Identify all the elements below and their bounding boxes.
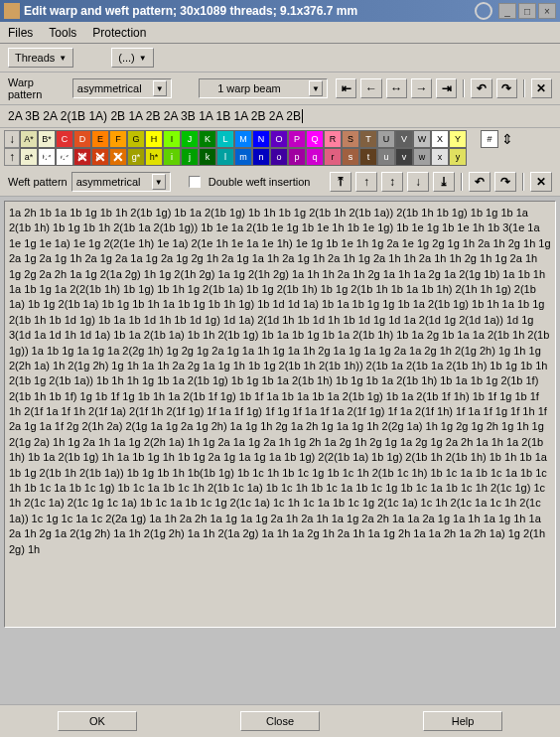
bottom-icon[interactable]: ⤓ [433,172,455,192]
color-cell-lower[interactable]: m [234,148,252,166]
bottom-bar: OK Close Help [0,704,560,737]
color-cell-upper[interactable]: R [324,130,342,148]
color-cell-upper[interactable]: M [234,130,252,148]
weft-mode-dropdown[interactable]: asymmetrical ▼ [71,172,171,192]
last-icon[interactable]: ⇥ [436,78,457,98]
toolbar-top: Threads ▼ (...) ▼ [0,44,560,73]
maximize-button[interactable]: □ [518,3,536,19]
color-cell-lower[interactable]: r [324,148,342,166]
close-window-button[interactable]: × [538,3,556,19]
color-cell-lower[interactable]: e*✕ [91,148,109,166]
weft-toolbar: Weft pattern asymmetrical ▼ Double weft … [0,168,560,197]
color-cell-lower[interactable]: o [270,148,288,166]
color-cell-upper[interactable]: T [359,130,377,148]
down-arrow-icon[interactable]: ↓ [4,130,20,148]
color-cell-lower[interactable]: f*✕ [109,148,127,166]
delete-icon[interactable]: ✕ [531,78,552,98]
color-cell-lower[interactable]: q [306,148,324,166]
color-cell-lower[interactable]: s [342,148,359,166]
x-mark-icon: ✕ [76,149,88,165]
up-icon[interactable]: ↑ [355,172,377,192]
delete-weft-icon[interactable]: ✕ [530,172,552,192]
color-cell-upper[interactable]: Y [449,130,467,148]
color-cell-upper[interactable]: A* [20,130,38,148]
close-button[interactable]: Close [240,711,320,731]
menu-tools[interactable]: Tools [49,26,76,40]
color-cell-upper[interactable]: G [127,130,145,148]
extra-button[interactable]: (...) ▼ [111,48,153,68]
color-cell-upper[interactable]: N [252,130,270,148]
double-weft-checkbox[interactable] [189,176,201,188]
color-cell-upper[interactable]: U [377,130,395,148]
first-icon[interactable]: ⇤ [336,78,356,98]
undo-icon[interactable]: ↶ [471,78,491,98]
color-cell-upper[interactable]: K [199,130,216,148]
up-arrow-icon[interactable]: ↑ [4,148,20,166]
x-mark-icon: ✕ [112,149,124,165]
threads-button[interactable]: Threads ▼ [8,48,73,68]
color-cell-lower[interactable]: g* [127,148,145,166]
color-cell-upper[interactable]: H [145,130,163,148]
color-cell-lower[interactable]: k [199,148,216,166]
color-cell-lower[interactable]: p [288,148,306,166]
color-cell-lower[interactable]: i [163,148,181,166]
color-cell-upper[interactable]: F [109,130,127,148]
color-cell-upper[interactable]: W [413,130,431,148]
help-button[interactable]: Help [423,711,502,731]
menu-files[interactable]: Files [8,26,33,40]
color-cell-upper[interactable]: E [91,130,109,148]
color-cell-lower[interactable]: w [413,148,431,166]
color-cell-lower[interactable]: a* [20,148,38,166]
color-cell-lower[interactable]: y [449,148,467,166]
warp-beam-dropdown[interactable]: 1 warp beam ▼ [199,78,328,98]
down-icon[interactable]: ↓ [407,172,429,192]
color-palette: ↓ A*B*CDEFGHIJKLMNOPQRSTUVWXY #⇕ ↑ a*b*✕… [0,128,560,168]
color-cell-upper[interactable]: X [431,130,449,148]
warp-mode-dropdown[interactable]: asymmetrical ▼ [72,78,172,98]
dropdown-arrow-icon: ▼ [139,54,147,63]
color-cell-lower[interactable]: x [431,148,449,166]
color-cell-lower[interactable]: u [377,148,395,166]
titlebar: Edit warp and weft pattern; 30x1089 thre… [0,0,560,22]
left-icon[interactable]: ← [360,78,381,98]
ok-button[interactable]: OK [58,711,137,731]
color-cell-lower[interactable]: v [395,148,413,166]
color-cell-upper[interactable]: Q [306,130,324,148]
hstretch-icon[interactable]: ↔ [386,78,407,98]
warp-toolbar: Warp pattern asymmetrical ▼ 1 warp beam … [0,73,560,105]
color-cell-upper[interactable]: I [163,130,181,148]
color-cell-upper[interactable]: D [73,130,91,148]
minimize-button[interactable]: _ [498,3,516,19]
color-cell-upper[interactable]: C [56,130,73,148]
redo-icon[interactable]: ↷ [496,78,517,98]
color-cell-upper[interactable]: B* [38,130,56,148]
color-cell-lower[interactable]: b*✕ [38,148,56,166]
color-cell-lower[interactable]: h* [145,148,163,166]
color-cell-lower[interactable]: n [252,148,270,166]
menu-protection[interactable]: Protection [92,26,146,40]
color-cell-lower[interactable]: l [216,148,234,166]
right-icon[interactable]: → [411,78,432,98]
color-cell-lower[interactable]: j [181,148,199,166]
redo-weft-icon[interactable]: ↷ [494,172,516,192]
weft-pattern-editor[interactable]: 1a 2h 1b 1a 1b 1g 1b 1h 2(1b 1g) 1b 1a 2… [4,201,556,628]
dropdown-arrow-icon: ▼ [309,80,323,96]
dropdown-arrow-icon: ▼ [152,174,166,190]
vstretch-end-icon[interactable]: ⇕ [498,131,516,147]
color-cell-upper[interactable]: L [216,130,234,148]
color-cell-lower[interactable]: t [359,148,377,166]
suse-logo-icon [475,2,492,20]
top-icon[interactable]: ⤒ [330,172,351,192]
double-weft-label: Double weft insertion [209,176,311,188]
color-cell-upper[interactable]: S [342,130,359,148]
color-cell-upper[interactable]: P [288,130,306,148]
color-cell-upper[interactable]: J [181,130,199,148]
color-cell-lower[interactable]: c*✕ [56,148,73,166]
color-cell-upper[interactable]: V [395,130,413,148]
dropdown-arrow-icon: ▼ [153,80,167,96]
undo-weft-icon[interactable]: ↶ [469,172,490,192]
color-cell-lower[interactable]: d*✕ [73,148,91,166]
hash-cell[interactable]: # [481,130,498,148]
vstretch-icon[interactable]: ↕ [381,172,403,192]
color-cell-upper[interactable]: O [270,130,288,148]
